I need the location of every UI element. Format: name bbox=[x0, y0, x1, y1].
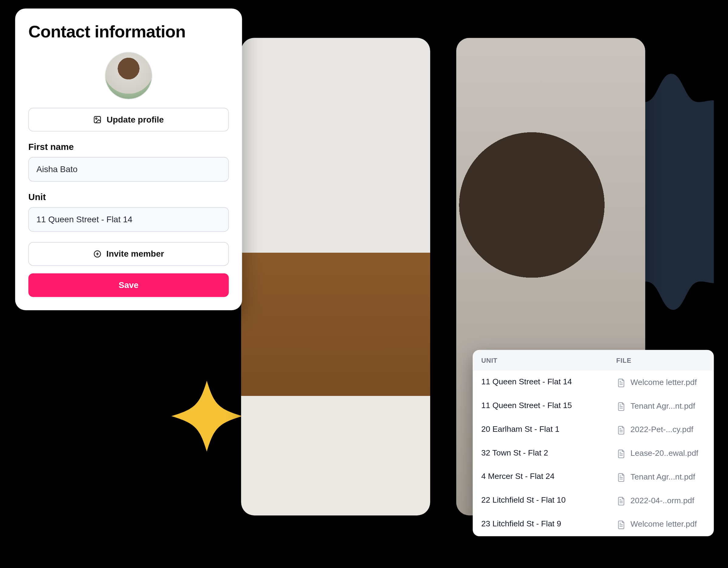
row-file: Lease-20..ewal.pdf bbox=[608, 442, 714, 466]
pdf-file-icon bbox=[616, 448, 626, 459]
row-unit: 23 Litchfield St - Flat 9 bbox=[473, 513, 608, 536]
row-unit: 4 Mercer St - Flat 24 bbox=[473, 465, 608, 489]
pdf-file-icon bbox=[616, 401, 626, 411]
table-row[interactable]: 32 Town St - Flat 2Lease-20..ewal.pdf bbox=[473, 442, 714, 466]
first-name-label: First name bbox=[28, 142, 229, 152]
header-unit: UNIT bbox=[473, 350, 608, 371]
row-file: Welcome letter.pdf bbox=[608, 513, 714, 536]
svg-point-1 bbox=[96, 118, 97, 119]
table-row[interactable]: 11 Queen Street - Flat 15Tenant Agr...nt… bbox=[473, 394, 714, 418]
files-table-card: UNIT FILE 11 Queen Street - Flat 14Welco… bbox=[473, 350, 714, 536]
header-file: FILE bbox=[608, 350, 714, 371]
table-row[interactable]: 22 Litchfield St - Flat 102022-04-..orm.… bbox=[473, 489, 714, 513]
svg-rect-0 bbox=[95, 116, 101, 123]
row-unit: 22 Litchfield St - Flat 10 bbox=[473, 489, 608, 513]
update-profile-label: Update profile bbox=[107, 115, 164, 125]
invite-member-button[interactable]: Invite member bbox=[28, 242, 229, 266]
contact-information-card: Contact information Update profile First… bbox=[15, 9, 242, 310]
row-file: 2022-04-..orm.pdf bbox=[608, 489, 714, 513]
save-label: Save bbox=[119, 280, 138, 290]
update-profile-button[interactable]: Update profile bbox=[28, 108, 229, 132]
pdf-file-icon bbox=[616, 472, 626, 482]
save-button[interactable]: Save bbox=[28, 273, 229, 297]
pdf-file-icon bbox=[616, 519, 626, 530]
decorative-star-blob bbox=[142, 364, 246, 468]
row-file: Tenant Agr...nt.pdf bbox=[608, 465, 714, 489]
first-name-field[interactable] bbox=[28, 157, 229, 181]
row-unit: 11 Queen Street - Flat 14 bbox=[473, 371, 608, 394]
card-title: Contact information bbox=[28, 22, 229, 42]
row-file: 2022-Pet-...cy.pdf bbox=[608, 418, 714, 442]
table-row[interactable]: 4 Mercer St - Flat 24Tenant Agr...nt.pdf bbox=[473, 465, 714, 489]
table-row[interactable]: 23 Litchfield St - Flat 9Welcome letter.… bbox=[473, 513, 714, 536]
row-file: Tenant Agr...nt.pdf bbox=[608, 394, 714, 418]
lifestyle-photo-left bbox=[241, 38, 430, 515]
pdf-file-icon bbox=[616, 425, 626, 435]
files-table-header: UNIT FILE bbox=[473, 350, 714, 371]
image-icon bbox=[93, 115, 102, 124]
plus-circle-icon bbox=[93, 249, 102, 258]
pdf-file-icon bbox=[616, 496, 626, 506]
unit-label: Unit bbox=[28, 192, 229, 202]
row-file: Welcome letter.pdf bbox=[608, 371, 714, 394]
row-unit: 20 Earlham St - Flat 1 bbox=[473, 418, 608, 442]
table-row[interactable]: 11 Queen Street - Flat 14Welcome letter.… bbox=[473, 371, 714, 394]
unit-field[interactable] bbox=[28, 207, 229, 232]
avatar bbox=[105, 52, 152, 99]
row-unit: 11 Queen Street - Flat 15 bbox=[473, 394, 608, 418]
table-row[interactable]: 20 Earlham St - Flat 12022-Pet-...cy.pdf bbox=[473, 418, 714, 442]
row-unit: 32 Town St - Flat 2 bbox=[473, 442, 608, 466]
invite-member-label: Invite member bbox=[106, 249, 164, 259]
pdf-file-icon bbox=[616, 377, 626, 388]
